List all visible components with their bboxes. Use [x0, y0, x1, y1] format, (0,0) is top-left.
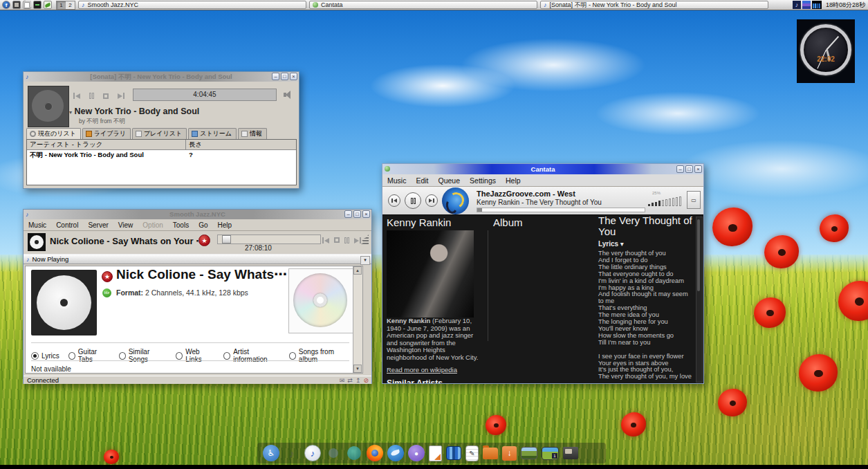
expander-icon[interactable]: ▾ — [69, 109, 72, 116]
network-icon[interactable]: ⇄ — [347, 377, 353, 384]
pause-button[interactable] — [405, 192, 421, 209]
close-button[interactable]: × — [694, 165, 702, 173]
next-button[interactable] — [118, 93, 124, 99]
pause-button[interactable] — [344, 237, 349, 243]
table-row[interactable]: 不明 - New York Trio - Body and Soul ? — [27, 150, 296, 160]
menu-settings[interactable]: Settings — [465, 176, 501, 185]
firefox-launcher-icon[interactable]: f — [2, 1, 10, 9]
menu-tools[interactable]: Tools — [168, 221, 194, 229]
now-playing-header[interactable]: ♪ Now Playing ▾ — [24, 254, 371, 264]
close-button[interactable]: × — [362, 210, 370, 218]
download-icon[interactable]: ↓ — [502, 446, 517, 461]
wikipedia-link[interactable]: Read more on wikipedia — [387, 366, 457, 374]
tab-stream[interactable]: ストリーム — [188, 128, 237, 140]
smoothjazz-titlebar[interactable]: ♪ Smooth Jazz.NYC – □ × — [24, 210, 371, 219]
previous-button[interactable] — [322, 237, 329, 243]
maximize-button[interactable]: □ — [281, 73, 288, 80]
menu-view[interactable]: View — [113, 221, 138, 229]
taskbar: f 1 2 ♪ Smooth Jazz.NYC Cantata ♪ [Sonat… — [0, 0, 868, 10]
minimize-button[interactable]: – — [344, 210, 352, 218]
maximize-button[interactable]: □ — [685, 165, 693, 173]
menu-queue[interactable]: Queue — [434, 176, 465, 185]
text-editor-icon[interactable]: ✎ — [465, 445, 479, 461]
tray-app-icon[interactable] — [802, 1, 811, 9]
pixel-grid-icon[interactable] — [446, 446, 461, 460]
task-sonata[interactable]: ♪ [Sonata] 不明 - New York Trio - Body and… — [540, 1, 768, 9]
column-artist-track[interactable]: アーティスト - トラック — [27, 140, 186, 149]
seek-slider[interactable] — [217, 234, 321, 244]
previous-button[interactable] — [388, 194, 400, 207]
slider-handle[interactable] — [222, 235, 231, 243]
column-length[interactable]: 長さ — [186, 140, 205, 149]
backup-folder-icon[interactable] — [483, 448, 498, 459]
stop-button[interactable] — [103, 93, 109, 99]
midori-launcher-icon[interactable] — [44, 1, 52, 9]
terminal-launcher-icon[interactable] — [33, 1, 41, 9]
close-button[interactable]: × — [290, 73, 297, 80]
menu-server[interactable]: Server — [83, 221, 113, 229]
sonata-titlebar[interactable]: ♪ [Sonata] 不明 - New York Trio - Body and… — [24, 72, 299, 82]
favorite-star-icon[interactable]: ★ — [198, 234, 210, 246]
menu-option[interactable]: Option — [138, 221, 167, 229]
scrollbar[interactable] — [696, 217, 703, 383]
upload-icon[interactable]: ↥ — [355, 377, 361, 384]
stop-button[interactable] — [334, 237, 340, 243]
menu-go[interactable]: Go — [194, 221, 212, 229]
menu-control[interactable]: Control — [51, 221, 83, 229]
menu-edit[interactable]: Edit — [411, 176, 433, 185]
tab-current-list[interactable]: 現在のリスト — [26, 128, 81, 140]
menu-music[interactable]: Music — [24, 221, 51, 229]
stream-app-icon[interactable] — [346, 445, 362, 461]
cantata-icon — [313, 2, 318, 8]
next-button[interactable] — [354, 237, 361, 243]
cantata-titlebar[interactable]: Cantata – □ × — [382, 164, 703, 174]
maximize-button[interactable]: □ — [353, 210, 361, 218]
pidgin-icon[interactable]: ● — [408, 445, 425, 461]
previous-button[interactable] — [73, 93, 80, 99]
next-button[interactable] — [425, 194, 438, 207]
accessibility-icon[interactable]: ♿ — [263, 445, 279, 461]
minimize-button[interactable]: – — [272, 73, 279, 80]
radio-lyrics[interactable]: Lyrics — [31, 352, 59, 360]
thunderbird-icon[interactable] — [387, 445, 404, 461]
lyrics-dropdown[interactable]: Lyrics ▾ — [598, 240, 624, 248]
image-viewer-launcher-icon[interactable] — [12, 1, 21, 9]
task-smoothjazz[interactable]: ♪ Smooth Jazz.NYC — [78, 1, 306, 9]
section-dropdown[interactable]: ▾ — [360, 256, 370, 265]
menu-help[interactable]: Help — [501, 176, 526, 185]
task-cantata[interactable]: Cantata — [309, 1, 537, 9]
firefox-icon[interactable] — [367, 445, 383, 461]
scrollbar-thumb[interactable] — [697, 219, 700, 291]
scroll-up-button[interactable]: ▲ — [353, 266, 362, 275]
progress-bar[interactable] — [477, 208, 645, 212]
minute-hand — [826, 36, 839, 50]
tray-music-icon[interactable]: ♪ — [793, 1, 801, 9]
minimize-button[interactable]: – — [676, 165, 684, 173]
workspace-1[interactable]: 1 — [57, 1, 66, 9]
music-note-dim-icon[interactable]: ♪ — [284, 445, 300, 461]
chat-icon[interactable]: ✉ — [340, 377, 345, 384]
tab-playlist[interactable]: プレイリスト — [132, 128, 187, 140]
display-toggle-button[interactable]: ▭ — [687, 191, 701, 209]
section-label: Now Playing — [33, 255, 69, 263]
disconnect-icon[interactable]: ⊘ — [363, 377, 369, 384]
tab-library[interactable]: ライブラリ — [82, 128, 131, 140]
tray-monitor-icon[interactable] — [812, 1, 822, 9]
libreoffice-icon[interactable] — [429, 445, 442, 461]
pause-button[interactable] — [89, 93, 94, 99]
menu-help[interactable]: Help — [213, 221, 237, 229]
scroll-down-button[interactable]: ▼ — [353, 365, 362, 373]
files-launcher-icon[interactable] — [23, 1, 31, 9]
volume-icon[interactable] — [284, 91, 293, 99]
photo-viewer-icon[interactable] — [521, 447, 537, 459]
workspace-2[interactable]: 2 — [66, 1, 75, 9]
tab-info[interactable]: 情報 — [238, 128, 267, 140]
progress-bar[interactable]: 4:04:45 — [133, 89, 277, 101]
archive-icon[interactable] — [563, 447, 578, 459]
scrollbar[interactable]: ▲ ▼ — [353, 266, 362, 373]
music-player-icon[interactable]: ♪ — [304, 445, 321, 461]
screenshot-icon[interactable]: 1 — [542, 447, 559, 460]
dim-app-icon[interactable] — [325, 445, 342, 461]
volume-bars[interactable] — [648, 195, 681, 206]
menu-music[interactable]: Music — [382, 176, 411, 185]
